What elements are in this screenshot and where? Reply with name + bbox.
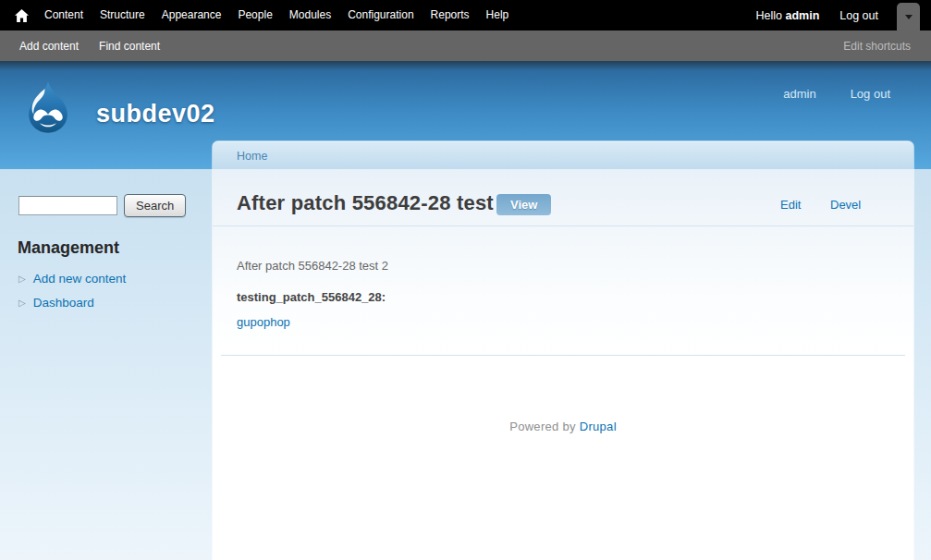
shortcut-bar: Add content Find content Edit shortcuts (0, 30, 931, 61)
shortcut-bar-toggle-button[interactable] (897, 3, 920, 30)
admin-toolbar: Content Structure Appearance People Modu… (0, 0, 931, 30)
tab-edit[interactable]: Edit (778, 194, 802, 215)
page-title: After patch 556842-28 test 2 (237, 191, 511, 215)
sidebar-item-label[interactable]: Add new content (33, 272, 127, 286)
search-input[interactable] (18, 196, 117, 215)
admin-menu-reports[interactable]: Reports (423, 0, 478, 30)
breadcrumb: Home (213, 141, 913, 169)
admin-menu: Content Structure Appearance People Modu… (36, 0, 517, 30)
footer: Powered by Drupal (213, 420, 913, 433)
admin-menu-content[interactable]: Content (36, 0, 92, 30)
header-logout-link[interactable]: Log out (851, 87, 890, 101)
tab-devel[interactable]: Devel (828, 194, 863, 215)
admin-menu-structure[interactable]: Structure (92, 0, 153, 30)
greeting-text: Hello admin (756, 9, 820, 22)
admin-menu-configuration[interactable]: Configuration (339, 0, 422, 30)
collapsed-arrow-icon: ▷ (18, 274, 26, 284)
admin-menu-help[interactable]: Help (478, 0, 518, 30)
edit-shortcuts-link[interactable]: Edit shortcuts (843, 40, 911, 53)
username: admin (785, 9, 819, 22)
node-field-label: testing_patch_556842_28: (237, 290, 386, 304)
collapsed-arrow-icon: ▷ (18, 298, 26, 308)
drupal-logo[interactable] (21, 79, 75, 136)
admin-menu-people[interactable]: People (229, 0, 280, 30)
chevron-down-icon (905, 15, 913, 19)
drupal-link[interactable]: Drupal (580, 420, 617, 433)
sidebar-item-label[interactable]: Dashboard (33, 296, 94, 310)
search-button[interactable]: Search (124, 194, 186, 217)
term-link-gupophop[interactable]: gupophop (237, 315, 290, 329)
admin-menu-appearance[interactable]: Appearance (153, 0, 230, 30)
node-field-value: gupophop (237, 315, 290, 329)
home-icon[interactable] (15, 9, 29, 22)
header-account-link[interactable]: admin (783, 87, 815, 101)
management-block-title: Management (18, 238, 119, 258)
druplicon-icon (21, 79, 75, 136)
home-icon-glyph (15, 9, 29, 22)
tab-view[interactable]: View (496, 194, 551, 215)
sidebar-first: Search Management ▷ Add new content ▷ Da… (0, 169, 213, 560)
breadcrumb-home-link[interactable]: Home (237, 150, 267, 163)
node-body-text: After patch 556842-28 test 2 (237, 259, 388, 273)
admin-menu-modules[interactable]: Modules (281, 0, 339, 30)
toolbar-user-area: Hello admin Log out (756, 0, 879, 30)
content-footer-divider (221, 355, 905, 356)
site-name[interactable]: subdev02 (96, 100, 215, 128)
powered-by-text: Powered by (509, 420, 580, 433)
main-content-panel: Home After patch 556842-28 test 2 View E… (213, 141, 913, 560)
title-section-divider (213, 225, 913, 226)
sidebar-item-add-new-content[interactable]: ▷ Add new content (18, 272, 126, 286)
shortcut-find-content[interactable]: Find content (99, 40, 160, 53)
sidebar-item-dashboard[interactable]: ▷ Dashboard (18, 296, 94, 310)
shortcut-add-content[interactable]: Add content (19, 40, 79, 53)
toolbar-logout-link[interactable]: Log out (839, 9, 878, 22)
header-user-links: admin Log out (783, 87, 890, 101)
drupal-page: Content Structure Appearance People Modu… (0, 0, 931, 560)
